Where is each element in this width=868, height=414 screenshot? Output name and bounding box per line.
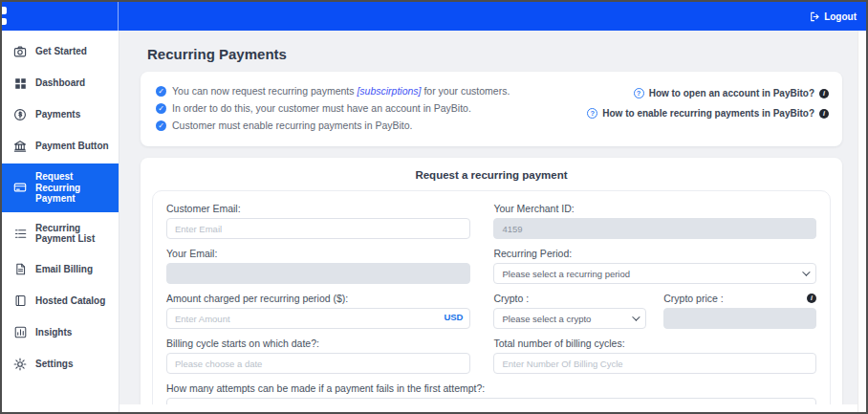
your-email-input — [166, 263, 470, 284]
sidebar-item-label: Settings — [35, 359, 73, 370]
total-cycles-input[interactable] — [493, 353, 816, 374]
crypto-row: Crypto : Please select a crypto Crypto p… — [493, 293, 816, 329]
info-icon[interactable]: i — [807, 294, 816, 303]
info-bullet: ✓ In order to do this, your customer mus… — [156, 102, 510, 114]
sidebar-item-label: Request Recurring Payment — [35, 171, 111, 205]
recurring-period-select[interactable]: Please select a recurring period — [493, 263, 816, 284]
sidebar-item-insights[interactable]: Insights — [2, 318, 119, 347]
brand-logo — [0, 7, 7, 14]
customer-email-input[interactable] — [166, 218, 470, 239]
sidebar-item-hosted-catalog[interactable]: Hosted Catalog — [2, 287, 119, 316]
gear-icon — [13, 358, 27, 371]
attempts-input[interactable] — [166, 398, 816, 404]
crypto-value: Please select a crypto — [502, 314, 591, 324]
recurring-payment-form-card: Request a recurring payment Customer Ema… — [141, 158, 842, 404]
info-card: ✓ You can now request recurring payments… — [141, 72, 842, 146]
sidebar-item-label: Hosted Catalog — [35, 295, 105, 307]
list-icon — [13, 227, 27, 240]
brand-logo-mark — [0, 18, 7, 25]
coin-icon — [13, 108, 27, 121]
attempts-label: How many attempts can be made if a payme… — [166, 382, 816, 394]
logout-label: Logout — [824, 11, 857, 22]
help-link-open-account[interactable]: ? How to open an account in PayBito? i — [634, 88, 829, 98]
sidebar-item-label: Email Billing — [35, 264, 93, 275]
recurring-period-label: Recurring Period: — [493, 248, 816, 259]
check-icon: ✓ — [156, 120, 166, 131]
sidebar-item-recurring-payment-list[interactable]: Recurring Payment List — [2, 215, 119, 252]
crypto-select[interactable]: Please select a crypto — [493, 308, 646, 329]
sidebar-item-settings[interactable]: Settings — [2, 350, 119, 379]
form-title: Request a recurring payment — [152, 169, 831, 181]
field-amount: Amount charged per recurring period ($):… — [166, 293, 470, 329]
bullet-text: You can now request recurring payments [… — [172, 85, 510, 97]
credit-card-icon — [13, 181, 27, 194]
main-content: Recurring Payments ✓ You can now request… — [119, 31, 857, 404]
currency-label: USD — [444, 312, 463, 322]
field-crypto-price: Crypto price : i — [663, 293, 816, 329]
subscriptions-link[interactable]: [subscirptions] — [357, 85, 421, 97]
field-recurring-period: Recurring Period: Please select a recurr… — [493, 248, 816, 284]
document-icon — [13, 263, 27, 276]
chart-icon — [13, 326, 27, 339]
total-cycles-label: Total number of billing cycles: — [493, 338, 816, 349]
info-bullet: ✓ You can now request recurring payments… — [156, 85, 510, 97]
sidebar-item-label: Get Started — [35, 46, 87, 57]
question-icon: ? — [587, 108, 597, 119]
help-link-enable-recurring[interactable]: ? How to enable recurring payments in Pa… — [587, 108, 829, 119]
question-icon: ? — [634, 88, 644, 98]
field-attempts: How many attempts can be made if a payme… — [166, 382, 816, 404]
form-fieldset: Customer Email: Your Merchant ID: Your E… — [152, 190, 831, 404]
info-icon[interactable]: i — [819, 89, 829, 98]
crypto-price-input — [663, 308, 816, 329]
merchant-id-input — [493, 218, 816, 239]
topbar-logo-area — [2, 2, 119, 31]
vertical-scrollbar[interactable] — [857, 31, 866, 412]
page-title: Recurring Payments — [147, 46, 842, 62]
billing-date-input[interactable] — [166, 353, 470, 374]
field-total-cycles: Total number of billing cycles: — [493, 338, 816, 374]
sidebar-item-label: Payment Button — [35, 141, 109, 152]
logout-button[interactable]: Logout — [810, 11, 857, 22]
amount-input[interactable] — [166, 308, 470, 329]
help-link-label: How to open an account in PayBito? — [649, 88, 814, 98]
crypto-price-label: Crypto price : — [663, 293, 723, 304]
your-email-label: Your Email: — [166, 248, 470, 259]
sidebar-item-payments[interactable]: Payments — [2, 100, 119, 129]
app-window: Logout Get Started Dashboard Payments — [0, 0, 868, 414]
bullet-text: In order to do this, your customer must … — [172, 102, 471, 114]
logout-icon — [810, 11, 820, 22]
recurring-period-value: Please select a recurring period — [502, 269, 630, 279]
chevron-down-icon — [632, 313, 640, 320]
field-customer-email: Customer Email: — [166, 203, 470, 239]
topbar-actions: Logout — [119, 11, 866, 22]
sidebar-item-label: Recurring Payment List — [35, 223, 111, 245]
billing-date-label: Billing cycle starts on which date?: — [166, 338, 470, 349]
help-links: ? How to open an account in PayBito? i ?… — [587, 79, 829, 137]
field-your-email: Your Email: — [166, 248, 470, 284]
bullet-text: Customer must enable recurring payments … — [172, 120, 413, 131]
sidebar-item-label: Dashboard — [35, 77, 85, 89]
grid-icon — [13, 76, 27, 90]
sidebar-item-request-recurring-payment[interactable]: Request Recurring Payment — [2, 163, 119, 212]
chevron-down-icon — [802, 268, 810, 275]
sidebar-item-payment-button[interactable]: Payment Button — [2, 132, 119, 161]
sidebar-item-label: Insights — [35, 327, 72, 338]
check-icon: ✓ — [156, 103, 166, 114]
info-icon[interactable]: i — [819, 109, 829, 119]
info-bullets: ✓ You can now request recurring payments… — [156, 79, 510, 137]
check-icon: ✓ — [156, 86, 166, 97]
amount-label: Amount charged per recurring period ($): — [166, 293, 470, 304]
top-nav: Logout — [2, 2, 866, 31]
field-crypto: Crypto : Please select a crypto — [493, 293, 646, 329]
sidebar-item-email-billing[interactable]: Email Billing — [2, 255, 119, 284]
field-merchant-id: Your Merchant ID: — [493, 203, 816, 239]
merchant-id-label: Your Merchant ID: — [493, 203, 816, 214]
info-bullet: ✓ Customer must enable recurring payment… — [156, 120, 510, 131]
sidebar-item-label: Payments — [35, 109, 80, 120]
sidebar-item-get-started[interactable]: Get Started — [2, 37, 119, 66]
book-icon — [13, 294, 27, 308]
customer-email-label: Customer Email: — [166, 203, 470, 214]
bank-icon — [13, 140, 27, 153]
sidebar-item-dashboard[interactable]: Dashboard — [2, 69, 119, 98]
field-billing-date: Billing cycle starts on which date?: — [166, 338, 470, 374]
